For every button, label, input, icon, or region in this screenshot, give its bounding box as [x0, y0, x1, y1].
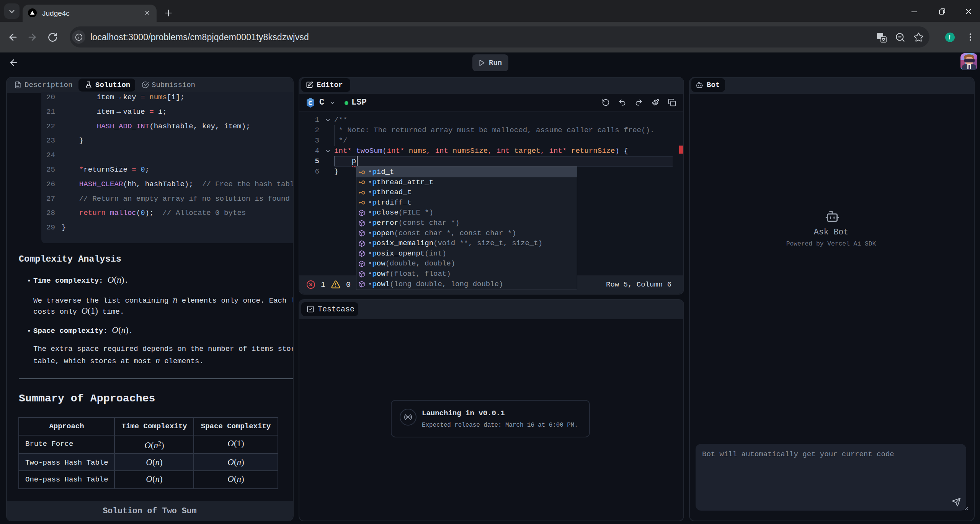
svg-text:C: C	[309, 100, 313, 106]
